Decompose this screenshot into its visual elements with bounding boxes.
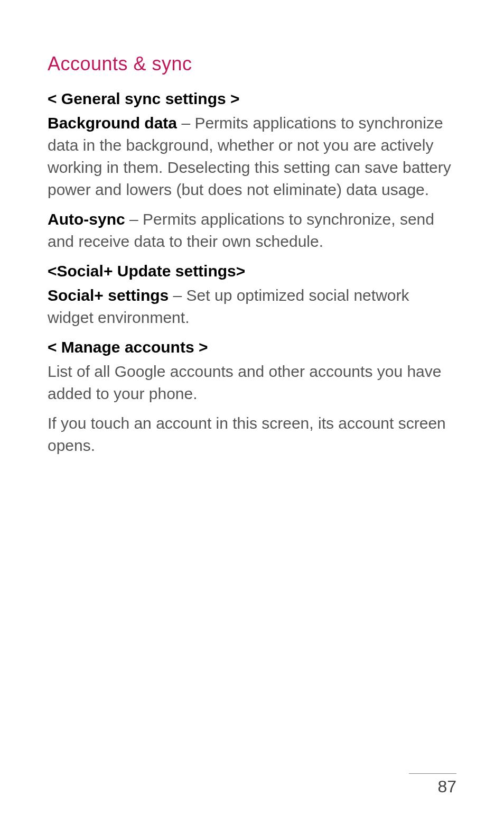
paragraph-auto-sync: Auto-sync – Permits applications to sync… [48, 208, 456, 253]
page-number: 87 [437, 777, 456, 797]
paragraph-background-data: Background data – Permits applications t… [48, 112, 456, 201]
term-description: If you touch an account in this screen, … [48, 414, 446, 454]
paragraph-manage-list: List of all Google accounts and other ac… [48, 360, 456, 405]
term-bold: Auto-sync [48, 210, 125, 228]
term-bold: Social+ settings [48, 286, 169, 304]
subsection-heading-manage-accounts: < Manage accounts > [48, 338, 456, 356]
page-number-container: 87 [409, 773, 456, 797]
term-bold: Background data [48, 114, 177, 132]
paragraph-social-settings: Social+ settings – Set up optimized soci… [48, 284, 456, 329]
subsection-heading-general-sync: < General sync settings > [48, 90, 456, 108]
section-title: Accounts & sync [48, 53, 456, 75]
paragraph-manage-touch: If you touch an account in this screen, … [48, 412, 456, 457]
term-description: List of all Google accounts and other ac… [48, 363, 441, 402]
page-number-divider [409, 773, 456, 774]
subsection-heading-social-update: <Social+ Update settings> [48, 262, 456, 280]
